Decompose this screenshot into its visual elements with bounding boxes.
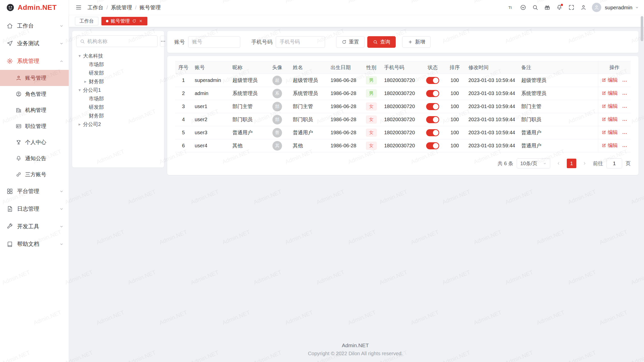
tab-close-icon[interactable] [139, 19, 143, 23]
cell-remark: 普通用户 [518, 126, 598, 139]
sidebar-item-account-mgmt[interactable]: 账号管理 [0, 70, 69, 86]
reset-button[interactable]: 重置 [336, 36, 365, 48]
global-search-icon[interactable] [530, 2, 541, 13]
book-icon [7, 241, 13, 247]
hamburger-icon [75, 4, 82, 11]
gender-badge: 男 [366, 89, 377, 97]
cell-birthdate: 1986-06-28 [328, 100, 361, 113]
cell-phone: 18020030720 [381, 126, 421, 139]
username[interactable]: superadmin [605, 5, 632, 11]
chevron-down-icon[interactable] [635, 6, 639, 10]
edit-button[interactable]: 编辑 [601, 77, 618, 83]
caret-right-icon[interactable]: ▸ [76, 122, 83, 127]
search-button[interactable]: 查询 [367, 36, 396, 48]
edit-button[interactable]: 编辑 [601, 142, 618, 149]
circle-caret-icon [520, 4, 526, 11]
cell-order: 100 [444, 100, 465, 113]
app-root: Admin.NET 工作台业务测试系统管理账号管理角色管理机构管理职位管理个人中… [0, 0, 644, 362]
notification-icon[interactable] [554, 2, 565, 13]
status-toggle[interactable] [426, 129, 439, 136]
scrollbar-thumb[interactable] [641, 16, 643, 41]
tree-node[interactable]: ▾大名科技 [76, 52, 160, 60]
row-more-button[interactable] [622, 78, 627, 84]
tree-node[interactable]: 市场部 [76, 60, 160, 69]
fullscreen-icon[interactable] [566, 2, 577, 13]
breadcrumb-item[interactable]: 工作台 [88, 4, 103, 11]
cell-birthdate: 1986-06-28 [328, 113, 361, 126]
sidebar-item-workbench[interactable]: 工作台 [0, 17, 69, 35]
org-search-field[interactable] [76, 35, 157, 47]
tree-node[interactable]: 研发部 [76, 69, 160, 77]
user-info-icon[interactable] [578, 2, 589, 13]
filter-bar: 账号 手机号码 重置 查询 新增 [167, 31, 638, 53]
search-icon [373, 39, 378, 44]
tree-node[interactable]: ▸财务部 [76, 77, 160, 86]
sidebar-item-log-mgmt[interactable]: 日志管理 [0, 200, 69, 218]
status-toggle[interactable] [426, 103, 439, 110]
sidebar-item-org-mgmt[interactable]: 机构管理 [0, 102, 69, 118]
cell-name: 系统管理员 [290, 87, 328, 100]
next-page-button[interactable] [580, 159, 589, 168]
row-more-button[interactable] [622, 92, 627, 97]
edit-button[interactable]: 编辑 [601, 116, 618, 123]
sidebar-item-system-mgmt[interactable]: 系统管理 [0, 52, 69, 70]
breadcrumb-item[interactable]: 账号管理 [140, 4, 161, 11]
status-toggle[interactable] [426, 90, 439, 97]
add-button[interactable]: 新增 [402, 36, 431, 48]
current-page[interactable]: 1 [567, 159, 576, 168]
tree-node[interactable]: 财务部 [76, 111, 160, 120]
sidebar-item-help-docs[interactable]: 帮助文档 [0, 235, 69, 253]
caret-down-icon[interactable]: ▾ [76, 87, 83, 93]
sidebar-item-third-account[interactable]: 三方账号 [0, 166, 69, 183]
page-size-select[interactable]: 10条/页 [517, 158, 550, 168]
sidebar-item-personal-center[interactable]: 个人中心 [0, 134, 69, 150]
chevron-down-icon [59, 207, 64, 211]
cell-nickname: 普通用户 [229, 126, 265, 139]
status-toggle[interactable] [426, 142, 439, 149]
sidebar-item-business-test[interactable]: 业务测试 [0, 35, 69, 52]
column-header: 序号 [175, 61, 192, 74]
avatar[interactable] [592, 3, 601, 12]
tree-more-button[interactable] [160, 36, 166, 47]
row-more-button[interactable] [622, 144, 627, 149]
tree-node[interactable]: 市场部 [76, 94, 160, 103]
breadcrumb-item[interactable]: 系统管理 [111, 4, 132, 11]
account-input[interactable] [188, 36, 240, 48]
plane-icon [7, 40, 13, 47]
font-size-icon[interactable]: Tt [505, 2, 516, 13]
theme-icon[interactable] [542, 2, 553, 13]
row-more-button[interactable] [622, 118, 627, 123]
sidebar-item-platform-mgmt[interactable]: 平台管理 [0, 183, 69, 200]
table-row: 2admin系统管理员系系统管理员1986-06-28男180200307201… [175, 87, 631, 100]
idcard-icon [16, 123, 22, 129]
tree-node[interactable]: 研发部 [76, 103, 160, 111]
goto-page-input[interactable] [607, 158, 622, 168]
cell-account: user2 [192, 113, 229, 126]
edit-button[interactable]: 编辑 [601, 129, 618, 136]
caret-right-icon[interactable]: ▸ [82, 79, 89, 84]
search-icon [80, 39, 85, 44]
tree-node[interactable]: ▸分公司2 [76, 120, 160, 128]
sidebar-item-notice[interactable]: 通知公告 [0, 150, 69, 166]
component-size-icon[interactable] [517, 2, 529, 13]
prev-page-button[interactable] [554, 159, 563, 168]
menu-collapse-icon[interactable] [73, 2, 84, 13]
sidebar-item-position-mgmt[interactable]: 职位管理 [0, 118, 69, 134]
edit-button[interactable]: 编辑 [601, 90, 618, 97]
row-more-button[interactable] [622, 131, 627, 136]
edit-button[interactable]: 编辑 [601, 103, 618, 110]
tree-node[interactable]: ▾分公司1 [76, 86, 160, 94]
tab-account-mgmt[interactable]: 账号管理 [101, 17, 147, 25]
status-toggle[interactable] [426, 77, 439, 84]
phone-input[interactable] [276, 36, 325, 48]
sidebar-item-dev-tools[interactable]: 开发工具 [0, 218, 69, 235]
caret-down-icon[interactable]: ▾ [76, 53, 83, 59]
status-toggle[interactable] [426, 116, 439, 123]
app-logo[interactable]: Admin.NET [0, 0, 69, 15]
tab-workbench[interactable]: 工作台 [75, 17, 98, 25]
sidebar-item-role-mgmt[interactable]: 角色管理 [0, 86, 69, 102]
tab-refresh-icon[interactable] [132, 19, 136, 23]
row-more-button[interactable] [622, 105, 627, 110]
footer-title: Admin.NET [72, 342, 638, 348]
org-search-input[interactable] [87, 38, 154, 44]
